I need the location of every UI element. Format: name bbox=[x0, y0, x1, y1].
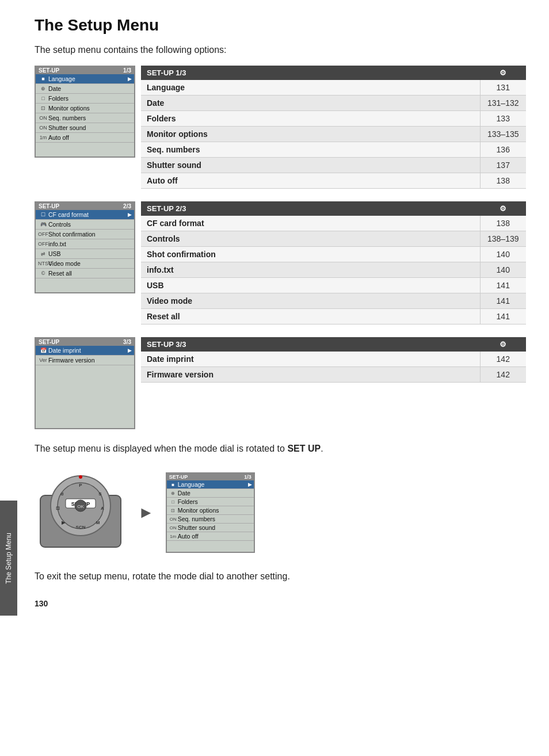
table-cell-label: Controls bbox=[141, 231, 480, 247]
table-cell-page: 138–139 bbox=[480, 231, 526, 247]
lcd-row-2-1: ☐CF card format▶ bbox=[36, 210, 134, 220]
lcd-row-icon: ⊡ bbox=[38, 105, 48, 111]
lcd-small-icon: ON bbox=[169, 525, 178, 530]
lcd-row-label: Seq. numbers bbox=[48, 114, 132, 121]
lcd-row-1-6: ONShutter sound bbox=[36, 123, 134, 133]
lcd-row-2-4: OFFinfo.txt bbox=[36, 239, 134, 249]
table-cell-page: 142 bbox=[480, 367, 526, 383]
table-cell-label: Auto off bbox=[141, 173, 480, 189]
lcd-small-row-6: ONShutter sound bbox=[167, 524, 254, 532]
lcd-row-icon: ON bbox=[38, 125, 48, 131]
lcd-row-1-5: ONSeq. numbers bbox=[36, 113, 134, 123]
table-row: Firmware version142 bbox=[141, 367, 526, 383]
lcd-row-3-1: 📅Date imprint▶ bbox=[36, 346, 134, 356]
table-cell-page: 142 bbox=[480, 352, 526, 367]
lcd-row-icon: ON bbox=[38, 115, 48, 121]
lcd-small-label: Monitor options bbox=[178, 507, 252, 514]
lcd-small-label: Shutter sound bbox=[178, 524, 252, 531]
table-cell-page: 141 bbox=[480, 293, 526, 309]
lcd-small-icon: 1m bbox=[169, 534, 178, 539]
table-row: Auto off138 bbox=[141, 173, 526, 189]
table-cell-label: Firmware version bbox=[141, 367, 480, 383]
table-row: Shutter sound137 bbox=[141, 158, 526, 173]
lcd-row-2-2: 🎮Controls bbox=[36, 220, 134, 230]
lcd-small-icon: □ bbox=[169, 499, 178, 505]
lcd-small-row-7: 1mAuto off bbox=[167, 532, 254, 541]
lcd-row-label: info.txt bbox=[48, 240, 132, 247]
bottom-section: The setup menu is displayed when the mod… bbox=[35, 444, 526, 582]
table-row: Date imprint142 bbox=[141, 352, 526, 367]
lcd-row-label: Reset all bbox=[48, 270, 132, 277]
lcd-row-icon: OFF bbox=[38, 241, 48, 247]
svg-text:▶: ▶ bbox=[62, 520, 66, 525]
table-cell-page: 131–132 bbox=[480, 96, 526, 111]
lcd-row-1-4: ⊡Monitor options bbox=[36, 104, 134, 113]
lcd-row-label: Monitor options bbox=[48, 105, 132, 112]
table-row: Controls138–139 bbox=[141, 231, 526, 247]
section-block-3: SET-UP3/3📅Date imprint▶VerFirmware versi… bbox=[35, 337, 526, 429]
lcd-small-panel: SET-UP1/3■Language▶⊕Date□Folders⊡Monitor… bbox=[166, 472, 255, 553]
lcd-small-row-1: ■Language▶ bbox=[167, 480, 254, 489]
table-cell-label: Language bbox=[141, 80, 480, 96]
svg-text:SCN: SCN bbox=[76, 525, 86, 530]
lcd-row-label: Folders bbox=[48, 95, 132, 102]
info-table-1: SET-UP 1/3⚙Language131Date131–132Folders… bbox=[141, 66, 526, 189]
svg-text:P: P bbox=[79, 483, 82, 488]
svg-text:d: d bbox=[61, 491, 64, 497]
table-row: Shot confirmation140 bbox=[141, 247, 526, 262]
table-cell-label: Shutter sound bbox=[141, 158, 480, 173]
svg-text:⊡: ⊡ bbox=[56, 506, 60, 511]
lcd-row-label: Auto off bbox=[48, 134, 132, 141]
lcd-small-icon: ⊡ bbox=[169, 508, 178, 513]
lcd-panel-3: SET-UP3/3📅Date imprint▶VerFirmware versi… bbox=[35, 337, 135, 429]
table-row: Folders133 bbox=[141, 111, 526, 127]
table-cell-page: 141 bbox=[480, 309, 526, 324]
table-cell-label: Shot confirmation bbox=[141, 247, 480, 262]
table-cell-page: 138 bbox=[480, 173, 526, 189]
lcd-small-label: Language bbox=[178, 481, 247, 488]
table-cell-page: 137 bbox=[480, 158, 526, 173]
bottom-text-2: . bbox=[321, 444, 323, 453]
lcd-row-icon: ☐ bbox=[38, 212, 48, 217]
table-cell-label: CF card format bbox=[141, 216, 480, 231]
lcd-small-icon: ■ bbox=[169, 482, 178, 487]
lcd-small-header: SET-UP1/3 bbox=[167, 474, 254, 480]
lcd-row-icon: 1m bbox=[38, 135, 48, 140]
lcd-small-row-2: ⊕Date bbox=[167, 489, 254, 498]
table-header-label-1: SET-UP 1/3 bbox=[141, 66, 480, 80]
table-cell-page: 140 bbox=[480, 247, 526, 262]
table-cell-label: USB bbox=[141, 278, 480, 293]
table-header-label-2: SET-UP 2/3 bbox=[141, 201, 480, 216]
info-table-3: SET-UP 3/3⚙Date imprint142Firmware versi… bbox=[141, 337, 526, 383]
table-header-icon-2: ⚙ bbox=[480, 201, 526, 216]
lcd-row-icon: 🎮 bbox=[38, 222, 48, 227]
lcd-row-arrow: ▶ bbox=[128, 76, 132, 82]
table-header-label-3: SET-UP 3/3 bbox=[141, 337, 480, 352]
table-cell-page: 133 bbox=[480, 111, 526, 127]
svg-text:S: S bbox=[98, 491, 102, 497]
lcd-header-1: SET-UP1/3 bbox=[36, 67, 134, 74]
lcd-row-label: Shot confirmation bbox=[48, 231, 132, 238]
lcd-row-3-2: VerFirmware version bbox=[36, 356, 134, 365]
table-row: USB141 bbox=[141, 278, 526, 293]
lcd-row-1-3: □Folders bbox=[36, 94, 134, 104]
page-title: The Setup Menu bbox=[35, 16, 526, 35]
lcd-row-label: Language bbox=[48, 75, 127, 82]
lcd-row-label: Video mode bbox=[48, 260, 132, 267]
lcd-header-3: SET-UP3/3 bbox=[36, 338, 134, 346]
lcd-small-label: Date bbox=[178, 490, 252, 497]
lcd-row-2-3: OFFShot confirmation bbox=[36, 230, 134, 239]
table-cell-label: Date imprint bbox=[141, 352, 480, 367]
lcd-row-label: USB bbox=[48, 250, 132, 257]
exit-text: To exit the setup menu, rotate the mode … bbox=[35, 571, 526, 582]
svg-text:M: M bbox=[96, 520, 100, 525]
bottom-description: The setup menu is displayed when the mod… bbox=[35, 444, 526, 454]
lcd-small-icon: ⊕ bbox=[169, 491, 178, 496]
lcd-panel-2: SET-UP2/3☐CF card format▶🎮ControlsOFFSho… bbox=[35, 201, 135, 293]
table-cell-page: 131 bbox=[480, 80, 526, 96]
table-cell-label: Video mode bbox=[141, 293, 480, 309]
section-block-2: SET-UP2/3☐CF card format▶🎮ControlsOFFSho… bbox=[35, 201, 526, 324]
lcd-small-label: Folders bbox=[178, 498, 252, 505]
lcd-row-icon: ■ bbox=[38, 76, 48, 82]
lcd-small-row-4: ⊡Monitor options bbox=[167, 506, 254, 515]
